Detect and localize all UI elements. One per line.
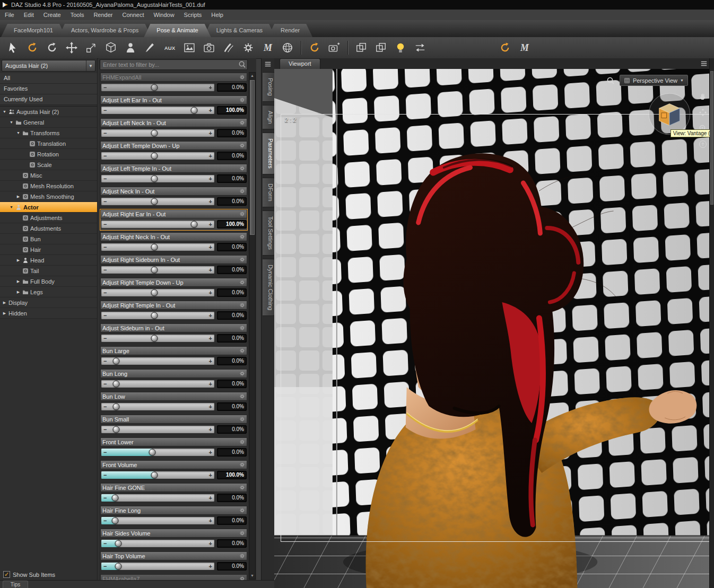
slider-increment-button[interactable]: +: [209, 243, 212, 251]
slider-value[interactable]: 0.0%: [217, 562, 247, 571]
slider-gear-icon[interactable]: [239, 302, 245, 308]
tree-collapse-arrow[interactable]: ▼: [9, 120, 14, 124]
slider-track[interactable]: −+: [101, 494, 215, 502]
slider-decrement-button[interactable]: −: [103, 175, 107, 182]
slider-decrement-button[interactable]: −: [103, 471, 107, 479]
slider-track[interactable]: −+: [101, 471, 215, 479]
aux-viewport-toggle[interactable]: AUX: [163, 41, 176, 54]
powerpose-tool[interactable]: [499, 41, 511, 54]
slider-track[interactable]: −+: [101, 152, 215, 160]
slider-increment-button[interactable]: +: [209, 357, 212, 365]
viewport-tab[interactable]: Viewport: [280, 58, 320, 69]
slider-decrement-button[interactable]: −: [103, 243, 107, 251]
slider-track[interactable]: −+: [101, 334, 215, 343]
slider-gear-icon[interactable]: [239, 211, 245, 217]
slider-thumb[interactable]: [151, 153, 158, 160]
duplicate-node-button[interactable]: [355, 41, 368, 54]
slider-gear-icon[interactable]: [239, 416, 245, 422]
menu-tools[interactable]: Tools: [66, 10, 89, 20]
node-rotate-tool[interactable]: [26, 41, 39, 54]
slider-value[interactable]: 0.0%: [217, 197, 247, 206]
slider-thumb[interactable]: [151, 175, 158, 182]
slider-thumb[interactable]: [151, 289, 158, 296]
activity-tab-actors-wardrobe-props[interactable]: Actors, Wardrobe & Props: [58, 24, 151, 37]
slider-value[interactable]: 0.0%: [217, 174, 247, 183]
scene-3d[interactable]: [274, 69, 710, 588]
tree-expand-arrow[interactable]: ▶: [16, 290, 21, 294]
slider-track[interactable]: −+: [101, 357, 215, 365]
slider-increment-button[interactable]: +: [209, 540, 212, 547]
side-tab-parameters[interactable]: Parameters: [263, 133, 275, 174]
tree-expand-arrow[interactable]: ▶: [16, 195, 21, 199]
slider-increment-button[interactable]: +: [209, 175, 212, 182]
menu-render[interactable]: Render: [89, 10, 117, 20]
active-pose-tool[interactable]: [308, 41, 321, 54]
tips-tab[interactable]: Tips: [3, 581, 28, 588]
morph-loader-button[interactable]: M: [518, 41, 531, 54]
tree-item-rotation[interactable]: Rotation: [0, 149, 97, 160]
slider-thumb[interactable]: [112, 358, 119, 365]
show-sub-items-checkbox[interactable]: ✓: [3, 571, 10, 578]
slider-value[interactable]: 0.0%: [217, 539, 247, 548]
activity-tab-render[interactable]: Render: [268, 24, 312, 37]
slider-track[interactable]: −+: [101, 562, 215, 571]
slider-gear-icon[interactable]: [239, 485, 245, 490]
slider-gear-icon[interactable]: [239, 234, 245, 240]
scale-tool[interactable]: [85, 41, 98, 54]
slider-value[interactable]: 0.0%: [217, 311, 247, 320]
tree-item-bun[interactable]: Bun: [0, 234, 97, 244]
slider-thumb[interactable]: [151, 84, 158, 91]
slider-decrement-button[interactable]: −: [103, 289, 107, 296]
tree-item-display[interactable]: ▶Display: [0, 297, 97, 308]
surface-selection-tool[interactable]: [144, 41, 156, 54]
slider-gear-icon[interactable]: [239, 553, 245, 559]
slider-increment-button[interactable]: +: [209, 198, 212, 205]
slider-thumb[interactable]: [151, 244, 158, 251]
slider-track[interactable]: −+: [101, 129, 215, 137]
orbit-tool[interactable]: [699, 108, 708, 118]
slider-decrement-button[interactable]: −: [103, 266, 107, 274]
search-icon[interactable]: [238, 60, 246, 68]
slider-value[interactable]: 0.0%: [217, 402, 247, 411]
slider-gear-icon[interactable]: [239, 120, 245, 126]
side-tab-posing[interactable]: Posing: [263, 72, 275, 102]
scrollbar-thumb[interactable]: [710, 71, 713, 205]
tree-item-transforms[interactable]: ▼Transforms: [0, 128, 97, 138]
slider-thumb[interactable]: [112, 426, 119, 433]
slider-increment-button[interactable]: +: [209, 152, 212, 160]
slider-decrement-button[interactable]: −: [103, 198, 107, 205]
slider-gear-icon[interactable]: [239, 462, 245, 468]
slider-thumb[interactable]: [151, 198, 158, 205]
slider-value[interactable]: 0.0%: [217, 243, 247, 251]
slider-increment-button[interactable]: +: [209, 107, 212, 114]
slider-increment-button[interactable]: +: [209, 471, 212, 479]
menu-file[interactable]: File: [0, 10, 19, 20]
tree-expand-arrow[interactable]: ▶: [2, 311, 7, 315]
slider-value[interactable]: 0.0%: [217, 448, 247, 457]
slider-value[interactable]: 0.0%: [217, 129, 247, 137]
tree-item-actor[interactable]: ▼Actor: [0, 202, 97, 213]
create-light-button[interactable]: [394, 41, 407, 54]
slider-track[interactable]: −+: [101, 516, 215, 525]
morph-tool[interactable]: M: [262, 41, 274, 54]
side-tab-dform[interactable]: DForm: [263, 178, 275, 207]
slider-decrement-button[interactable]: −: [103, 335, 107, 342]
tree-item-adustments[interactable]: Adustments: [0, 223, 97, 234]
slider-value[interactable]: 0.0%: [217, 494, 247, 502]
viewport-options-icon[interactable]: [700, 60, 708, 67]
slider-value[interactable]: 0.0%: [217, 380, 247, 388]
side-tab-tool-settings[interactable]: Tool Settings: [263, 210, 275, 256]
scroll-down-arrow[interactable]: ▼: [249, 573, 255, 579]
activity-tab-pose-animate[interactable]: Pose & Animate: [144, 24, 211, 37]
scene-filter-favorites[interactable]: Favorites: [0, 84, 97, 94]
slider-increment-button[interactable]: +: [209, 84, 212, 91]
shader-tool[interactable]: [222, 41, 235, 54]
panel-menu-icon[interactable]: [264, 60, 272, 68]
side-tab-align[interactable]: Align: [263, 105, 275, 129]
slider-thumb[interactable]: [151, 335, 158, 342]
tree-expand-arrow[interactable]: ▶: [16, 279, 21, 284]
tree-item-augusta-hair-2[interactable]: ▼Augusta Hair (2): [0, 107, 97, 117]
tree-item-mesh-smoothing[interactable]: ▶Mesh Smoothing: [0, 191, 97, 202]
menu-create[interactable]: Create: [39, 10, 66, 20]
slider-track[interactable]: −+: [101, 288, 215, 297]
